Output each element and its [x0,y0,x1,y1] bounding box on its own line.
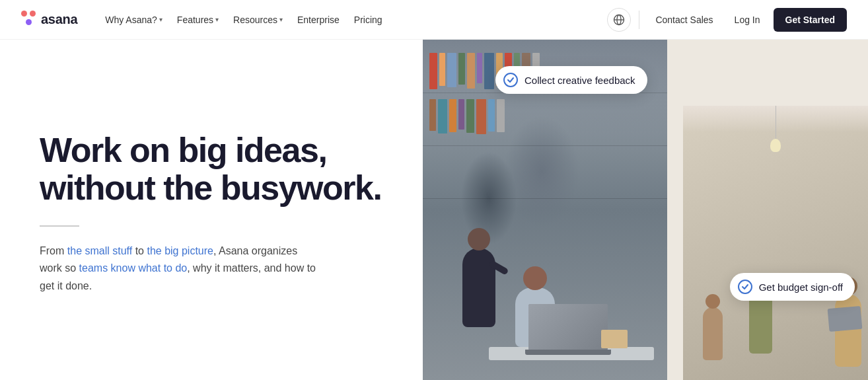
light-cord [776,106,776,139]
budget-pill: Get budget sign-off [730,273,855,301]
office-person-1 [703,307,723,360]
chevron-down-icon: ▾ [159,16,163,23]
hero-headline-line1: Work on big ideas, [40,131,326,169]
hero-right: Collect creative feedback Get budget sig… [423,40,868,380]
light-bulb [770,139,781,152]
nav-label-features: Features [177,15,213,25]
nav-label-resources: Resources [233,15,277,25]
nav-item-why-asana[interactable]: Why Asana? ▾ [98,9,169,30]
budget-pill-text: Get budget sign-off [759,282,843,293]
nav-right: Contact Sales Log In Get Started [607,8,847,32]
hero-divider [40,225,79,227]
hero-left: Work on big ideas, without the busywork.… [0,40,423,380]
nav-label-why-asana: Why Asana? [105,15,157,25]
logo-icon [21,15,36,25]
nav-item-resources[interactable]: Resources ▾ [227,9,289,30]
check-icon-budget [738,280,752,294]
hero-headline: Work on big ideas, without the busywork. [40,132,383,207]
laptop-person [835,294,861,367]
check-icon [503,73,518,87]
hero-link-small[interactable]: the small stuff [67,245,132,256]
chevron-down-icon: ▾ [215,16,219,23]
nav-item-enterprise[interactable]: Enterprise [291,9,346,30]
bookshelf-row-2 [429,99,505,134]
hero-body-text: From the small stuff to the big picture,… [40,243,317,295]
person-standing [462,248,495,327]
login-button[interactable]: Log In [727,9,768,30]
logo-dot-bottom [26,19,32,25]
nav-label-pricing: Pricing [354,15,382,25]
logo-text: asana [41,12,77,27]
logo[interactable]: asana [21,12,77,27]
nav-item-features[interactable]: Features ▾ [170,9,225,30]
language-selector-button[interactable] [607,8,631,32]
hero-link-teams[interactable]: teams know what to do [79,262,188,274]
nav-label-enterprise: Enterprise [297,15,340,25]
photo-secondary [683,106,868,380]
shelf-line [423,145,667,146]
box [601,330,628,348]
hero-section: Work on big ideas, without the busywork.… [0,40,868,380]
laptop-screen [528,304,608,350]
nav-item-pricing[interactable]: Pricing [347,9,389,30]
globe-icon [613,14,625,26]
feedback-pill-text: Collect creative feedback [524,75,635,86]
hero-headline-line2: without the busywork. [40,169,381,207]
get-started-button[interactable]: Get Started [774,8,847,32]
logo-dot-top-left [21,11,27,17]
logo-dot-top-right [30,11,36,17]
chevron-down-icon: ▾ [279,16,283,23]
laptop-base [525,350,611,355]
navbar: asana Why Asana? ▾ Features ▾ Resources … [0,0,868,40]
feedback-pill: Collect creative feedback [495,66,647,94]
contact-sales-button[interactable]: Contact Sales [647,9,721,30]
nav-divider [639,11,639,29]
hero-link-big[interactable]: the big picture [147,245,213,256]
shelf-line [423,198,667,199]
nav-links: Why Asana? ▾ Features ▾ Resources ▾ Ente… [98,9,607,30]
